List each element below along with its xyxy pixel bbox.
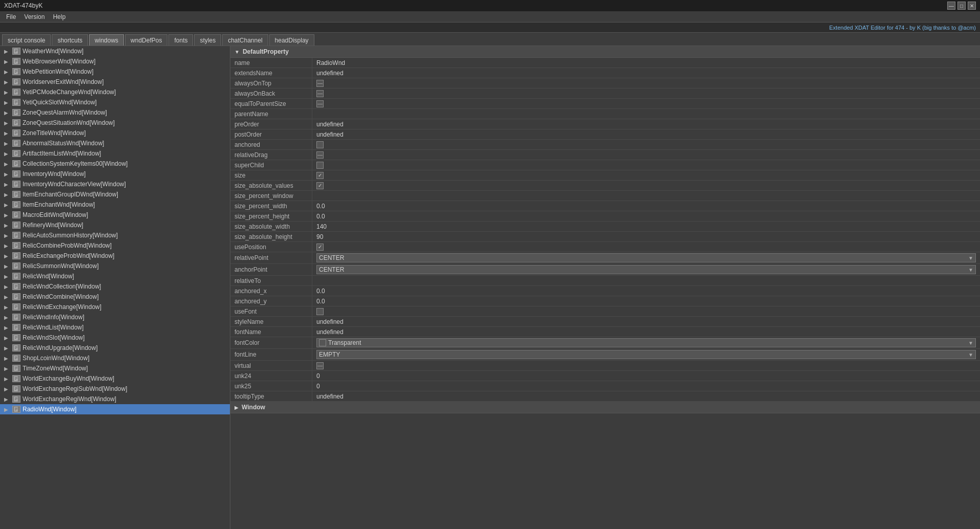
tree-item[interactable]: ▶ZoneTitleWnd[Window] bbox=[0, 128, 230, 138]
tree-item[interactable]: ▶InventoryWndCharacterView[Window] bbox=[0, 179, 230, 189]
property-value[interactable] bbox=[312, 170, 980, 180]
tree-item[interactable]: ▶RelicWnd[Window] bbox=[0, 271, 230, 281]
property-value[interactable]: undefined bbox=[312, 327, 980, 337]
checkbox-control[interactable] bbox=[316, 182, 324, 189]
tree-item[interactable]: ▶RelicAutoSummonHistory[Window] bbox=[0, 230, 230, 240]
tree-item[interactable]: ▶AbnormalStatusWnd[Window] bbox=[0, 138, 230, 148]
dropdown-control[interactable]: CENTER▼ bbox=[316, 265, 976, 274]
tree-item[interactable]: ▶WorldserverExitWnd[Window] bbox=[0, 77, 230, 87]
tree-item[interactable]: ▶RelicWndCombine[Window] bbox=[0, 292, 230, 302]
svg-rect-53 bbox=[15, 183, 17, 183]
tree-item[interactable]: ▶ItemEnchantWnd[Window] bbox=[0, 200, 230, 210]
property-value[interactable]: undefined bbox=[312, 129, 980, 139]
tree-item[interactable]: ▶CollectionSystemKeyItems00[Window] bbox=[0, 159, 230, 169]
property-value[interactable]: 0.0 bbox=[312, 201, 980, 211]
property-value[interactable]: undefined bbox=[312, 119, 980, 129]
maximize-button[interactable]: □ bbox=[957, 2, 966, 10]
menu-file[interactable]: File bbox=[2, 12, 20, 21]
tree-item[interactable]: ▶MacroEditWnd[Window] bbox=[0, 210, 230, 220]
tree-item[interactable]: ▶RelicWndUpgrade[Window] bbox=[0, 343, 230, 353]
tab-shortcuts[interactable]: shortcuts bbox=[52, 34, 88, 46]
property-value[interactable]: undefined bbox=[312, 317, 980, 326]
checkbox-control[interactable] bbox=[316, 141, 324, 148]
tree-item[interactable]: ▶WebBrowserWnd[Window] bbox=[0, 56, 230, 67]
tree-expand-icon: ▶ bbox=[4, 233, 11, 238]
tab-windows[interactable]: windows bbox=[89, 34, 124, 46]
tree-item[interactable]: ▶ShopLcoinWnd[Window] bbox=[0, 353, 230, 363]
checkbox-control[interactable] bbox=[316, 162, 324, 169]
tree-item[interactable]: ▶RelicWndList[Window] bbox=[0, 322, 230, 333]
tree-item[interactable]: ▶RelicSummonWnd[Window] bbox=[0, 261, 230, 271]
tab-fonts[interactable]: fonts bbox=[168, 34, 193, 46]
tree-item[interactable]: ▶WeatherWnd[Window] bbox=[0, 46, 230, 56]
property-value[interactable] bbox=[312, 160, 980, 170]
property-value[interactable]: CENTER▼ bbox=[312, 264, 980, 275]
property-value[interactable]: 0 bbox=[312, 381, 980, 391]
checkbox-control[interactable] bbox=[316, 172, 324, 179]
tree-item[interactable]: ▶WorldExchangeBuyWnd[Window] bbox=[0, 373, 230, 384]
property-value[interactable]: RadioWnd bbox=[312, 58, 980, 68]
property-value[interactable]: Transparent▼ bbox=[312, 337, 980, 348]
tree-item[interactable]: ▶TimeZoneWnd[Window] bbox=[0, 363, 230, 373]
menu-version[interactable]: Version bbox=[20, 12, 49, 21]
property-value[interactable]: 0.0 bbox=[312, 286, 980, 296]
svg-rect-101 bbox=[15, 305, 17, 306]
property-value[interactable]: 0 bbox=[312, 371, 980, 381]
property-value[interactable]: 0.0 bbox=[312, 296, 980, 306]
tree-item[interactable]: ▶RefineryWnd[Window] bbox=[0, 220, 230, 230]
tree-item[interactable]: ▶RelicWndExchange[Window] bbox=[0, 302, 230, 312]
tree-item[interactable]: ▶RelicWndSlot[Window] bbox=[0, 333, 230, 343]
tree-item[interactable]: ▶WorldExchangeRegiWnd[Window] bbox=[0, 394, 230, 404]
property-value[interactable]: undefined bbox=[312, 68, 980, 78]
section-header-default[interactable]: ▼ DefaultProperty bbox=[230, 46, 980, 58]
section-header-window[interactable]: ▶ Window bbox=[230, 402, 980, 413]
svg-rect-11 bbox=[15, 72, 16, 73]
checkbox-control[interactable] bbox=[316, 244, 324, 251]
tree-item[interactable]: ▶ArtifactItemListWnd[Window] bbox=[0, 148, 230, 159]
property-value[interactable]: 140 bbox=[312, 222, 980, 231]
property-value[interactable] bbox=[312, 276, 980, 285]
tab-headdisplay[interactable]: headDisplay bbox=[269, 34, 314, 46]
tab-wnddefpos[interactable]: wndDefPos bbox=[125, 34, 167, 46]
tree-item[interactable]: ▶RelicWndCollection[Window] bbox=[0, 281, 230, 292]
close-button[interactable]: ✕ bbox=[968, 2, 976, 10]
menu-help[interactable]: Help bbox=[49, 12, 70, 21]
tree-item-label: RelicWndExchange[Window] bbox=[23, 303, 101, 311]
tree-item[interactable]: ▶ZoneQuestAlarmWnd[Window] bbox=[0, 107, 230, 118]
property-value[interactable]: EMPTY▼ bbox=[312, 349, 980, 360]
tree-item[interactable]: ▶InventoryWnd[Window] bbox=[0, 169, 230, 179]
tree-item[interactable]: ▶RelicCombineProbWnd[Window] bbox=[0, 240, 230, 251]
property-value[interactable] bbox=[312, 109, 980, 119]
tab-chatchannel[interactable]: chatChannel bbox=[222, 34, 268, 46]
property-value[interactable] bbox=[312, 242, 980, 252]
tree-item[interactable]: ▶RelicWndInfo[Window] bbox=[0, 312, 230, 322]
property-value[interactable] bbox=[312, 306, 980, 316]
dropdown-control[interactable]: EMPTY▼ bbox=[316, 350, 976, 359]
property-value[interactable] bbox=[312, 140, 980, 149]
tree-item[interactable]: ▶WebPetitionWnd[Window] bbox=[0, 67, 230, 77]
property-value[interactable]: CENTER▼ bbox=[312, 252, 980, 263]
tree-item[interactable]: ▶WorldExchangeRegiSubWnd[Window] bbox=[0, 384, 230, 394]
tree-item[interactable]: ▶RadioWnd[Window] bbox=[0, 404, 230, 414]
tree-item[interactable]: ▶YetiQuickSlotWnd[Window] bbox=[0, 97, 230, 107]
tab-script-console[interactable]: script console bbox=[2, 34, 51, 46]
property-row: relativeDrag— bbox=[230, 150, 980, 160]
tree-item[interactable]: ▶YetiPCModeChangeWnd[Window] bbox=[0, 87, 230, 97]
property-value[interactable]: 90 bbox=[312, 232, 980, 241]
checkbox-control[interactable] bbox=[316, 308, 324, 315]
property-value[interactable]: undefined bbox=[312, 391, 980, 401]
svg-rect-37 bbox=[15, 142, 17, 142]
property-value[interactable] bbox=[312, 181, 980, 190]
tab-styles[interactable]: styles bbox=[194, 34, 221, 46]
property-value[interactable] bbox=[312, 191, 980, 201]
dash-indicator: — bbox=[316, 100, 324, 107]
dropdown-control[interactable]: CENTER▼ bbox=[316, 253, 976, 262]
tree-expand-icon: ▶ bbox=[4, 90, 11, 95]
svg-rect-118 bbox=[15, 347, 17, 348]
color-dropdown-control[interactable]: Transparent▼ bbox=[316, 338, 976, 347]
tree-item[interactable]: ▶ItemEnchantGroupIDWnd[Window] bbox=[0, 189, 230, 200]
property-value[interactable]: 0.0 bbox=[312, 211, 980, 221]
minimize-button[interactable]: — bbox=[947, 2, 955, 10]
tree-item[interactable]: ▶ZoneQuestSituationWnd[Window] bbox=[0, 118, 230, 128]
tree-item[interactable]: ▶RelicExchangeProbWnd[Window] bbox=[0, 251, 230, 261]
